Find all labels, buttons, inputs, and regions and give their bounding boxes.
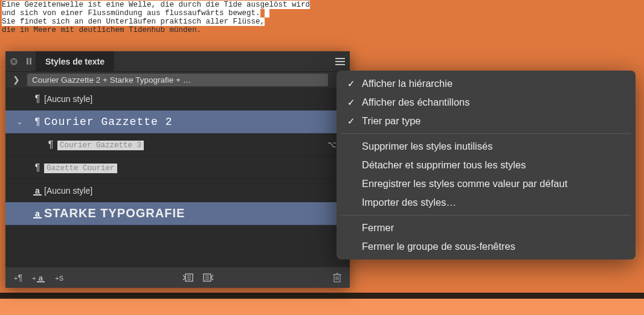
check-icon: ✓ bbox=[347, 78, 362, 89]
svg-rect-1 bbox=[27, 58, 28, 65]
menu-label: Enregistrer les styles comme valeur par … bbox=[362, 178, 567, 189]
doc-line: Eine Gezeitenwelle ist eine Welle, die d… bbox=[2, 1, 310, 9]
document-text: Eine Gezeitenwelle ist eine Welle, die d… bbox=[2, 1, 310, 34]
panel-tab[interactable]: Styles de texte bbox=[36, 51, 114, 71]
menu-item-show-swatches[interactable]: ✓ Afficher des échantillons bbox=[336, 93, 636, 112]
check-icon: ✓ bbox=[347, 97, 362, 108]
menu-label: Fermer bbox=[362, 222, 394, 234]
style-row-starke-typografie[interactable]: a STARKE TYPOGRAFIE bbox=[5, 202, 350, 225]
character-icon: a bbox=[31, 209, 44, 218]
menu-item-show-hierarchy[interactable]: ✓ Afficher la hiérarchie bbox=[336, 74, 636, 93]
redefine-style-icon[interactable] bbox=[202, 271, 215, 284]
menu-item-close-group[interactable]: Fermer le groupe de sous-fenêtres bbox=[336, 237, 636, 256]
menu-label: Trier par type bbox=[362, 115, 421, 127]
menu-label: Fermer le groupe de sous-fenêtres bbox=[362, 241, 515, 252]
style-row-gazette-courier[interactable]: Gazette Courier bbox=[5, 156, 350, 179]
paragraph-icon bbox=[31, 94, 44, 104]
doc-line: und sich von einer Flussmündung aus flus… bbox=[2, 9, 260, 18]
menu-item-save-default[interactable]: Enregistrer les styles comme valeur par … bbox=[336, 174, 636, 193]
panel-title: Styles de texte bbox=[45, 57, 105, 66]
svg-rect-3 bbox=[335, 58, 345, 59]
style-row-courier-gazzette-3[interactable]: Courier Gazzette 3 ⌥, bbox=[5, 133, 350, 156]
collapse-icon[interactable] bbox=[22, 51, 36, 71]
panel-header: Styles de texte bbox=[5, 51, 350, 71]
menu-item-delete-unused[interactable]: Supprimer les styles inutilisés bbox=[336, 137, 636, 156]
style-label: Gazette Courier bbox=[44, 162, 350, 173]
close-icon[interactable] bbox=[5, 51, 22, 71]
menu-item-detach-all[interactable]: Détacher et supprimer tous les styles bbox=[336, 156, 636, 174]
menu-label: Afficher la hiérarchie bbox=[362, 78, 452, 89]
style-list: [Aucun style] ⌄ Courier Gazzette 2 Couri… bbox=[5, 88, 350, 267]
menu-item-sort-by-type[interactable]: ✓ Trier par type bbox=[336, 112, 636, 130]
style-label: [Aucun style] bbox=[44, 94, 350, 104]
doc-line: Sie findet sich an den Unterläufen prakt… bbox=[2, 18, 265, 26]
chevron-down-icon[interactable]: ⌄ bbox=[16, 117, 31, 126]
style-row-paragraph-none[interactable]: [Aucun style] bbox=[5, 88, 350, 110]
paragraph-icon bbox=[44, 139, 57, 150]
panel-footer: +¶ +a +s bbox=[5, 267, 350, 288]
style-label: STARKE TYPOGRAFIE bbox=[44, 206, 350, 220]
trash-icon[interactable] bbox=[330, 271, 344, 284]
update-style-icon[interactable] bbox=[181, 271, 195, 284]
add-character-style-button[interactable]: +a bbox=[32, 271, 45, 284]
paragraph-icon bbox=[31, 162, 44, 173]
panel-menu-icon[interactable] bbox=[330, 51, 350, 71]
style-label: Courier Gazzette 3 bbox=[57, 139, 327, 150]
menu-item-close[interactable]: Fermer bbox=[336, 218, 636, 237]
panel-options-menu: ✓ Afficher la hiérarchie ✓ Afficher des … bbox=[336, 71, 636, 259]
menu-label: Afficher des échantillons bbox=[362, 97, 470, 108]
style-label: Courier Gazzette 2 bbox=[44, 116, 350, 128]
character-icon: a bbox=[31, 186, 44, 196]
doc-line: die in Meere mit deutlichem Tidenhub mün… bbox=[2, 26, 201, 34]
svg-rect-4 bbox=[335, 61, 345, 62]
menu-item-import-styles[interactable]: Importer des styles… bbox=[336, 193, 636, 212]
add-paragraph-style-button[interactable]: +¶ bbox=[11, 271, 25, 284]
menu-label: Importer des styles… bbox=[362, 197, 456, 208]
style-breadcrumb: ❯ Courier Gazzette 2 + Starke Typografie… bbox=[5, 71, 350, 88]
style-row-courier-gazzette-2[interactable]: ⌄ Courier Gazzette 2 bbox=[5, 110, 350, 133]
menu-label: Supprimer les styles inutilisés bbox=[362, 141, 492, 152]
paragraph-icon bbox=[31, 116, 44, 127]
style-label: [Aucun style] bbox=[44, 186, 350, 196]
menu-separator bbox=[341, 215, 631, 215]
menu-label: Détacher et supprimer tous les styles bbox=[362, 159, 526, 171]
cursor-block bbox=[265, 9, 269, 18]
text-styles-panel: Styles de texte ❯ Courier Gazzette 2 + S… bbox=[5, 51, 350, 288]
svg-rect-5 bbox=[335, 64, 345, 65]
svg-rect-2 bbox=[30, 58, 31, 65]
breadcrumb-label[interactable]: Courier Gazzette 2 + Starke Typografie +… bbox=[27, 74, 328, 86]
style-row-character-none[interactable]: a [Aucun style] bbox=[5, 179, 350, 202]
chevron-right-icon[interactable]: ❯ bbox=[5, 75, 27, 84]
menu-separator bbox=[341, 133, 631, 134]
check-icon: ✓ bbox=[347, 116, 362, 127]
add-style-button[interactable]: +s bbox=[53, 271, 66, 284]
